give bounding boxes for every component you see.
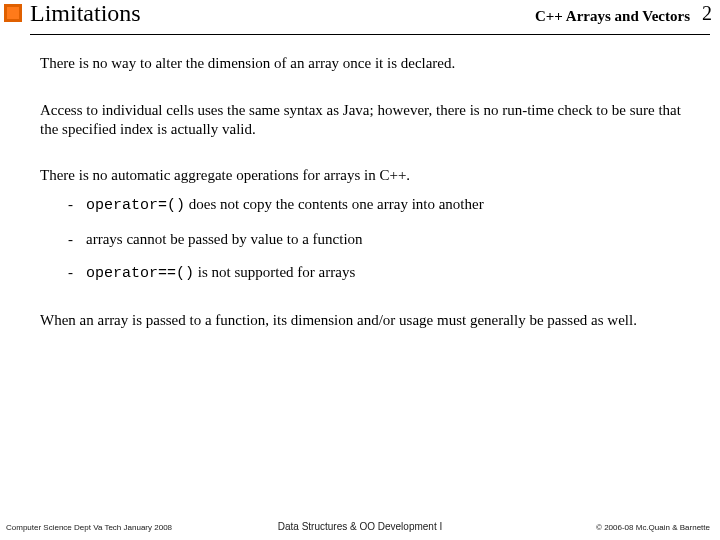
- list-item: operator=() does not copy the contents o…: [68, 195, 696, 216]
- footer-right: © 2006-08 Mc.Quain & Barnette: [596, 523, 710, 532]
- slide-title: Limitations: [30, 0, 141, 27]
- paragraph: There is no way to alter the dimension o…: [40, 54, 696, 73]
- list-item-text: does not copy the contents one array int…: [185, 196, 484, 212]
- header-divider: [30, 34, 710, 35]
- slide-header: Limitations C++ Arrays and Vectors 2: [0, 0, 720, 36]
- list-item: arrays cannot be passed by value to a fu…: [68, 230, 696, 249]
- code-span: operator==(): [86, 265, 194, 282]
- code-span: operator=(): [86, 197, 185, 214]
- slide-body: There is no way to alter the dimension o…: [40, 54, 696, 358]
- page-number: 2: [702, 2, 712, 25]
- list-item: operator==() is not supported for arrays: [68, 263, 696, 284]
- list-item-text: arrays cannot be passed by value to a fu…: [86, 231, 363, 247]
- slide: Limitations C++ Arrays and Vectors 2 The…: [0, 0, 720, 540]
- bullet-list: operator=() does not copy the contents o…: [68, 195, 696, 283]
- slide-topic: C++ Arrays and Vectors: [535, 8, 690, 25]
- paragraph: When an array is passed to a function, i…: [40, 311, 696, 330]
- title-bullet-icon: [4, 4, 22, 22]
- paragraph: There is no automatic aggregate operatio…: [40, 166, 696, 185]
- list-item-text: is not supported for arrays: [194, 264, 355, 280]
- paragraph: Access to individual cells uses the same…: [40, 101, 696, 139]
